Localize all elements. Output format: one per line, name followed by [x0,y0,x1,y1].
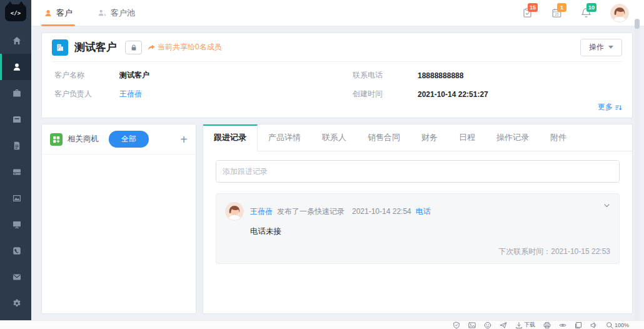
record-user-link[interactable]: 王蓓蓓 [250,206,273,217]
tab-schedule[interactable]: 日程 [448,124,486,151]
field-owner: 客户负责人 王蓓蓓 [54,89,324,99]
sidebar: </> [0,0,31,320]
followup-record: 王蓓蓓 发布了一条快速记录 2021-10-14 22:54 电话 电话未接 下… [216,193,620,264]
image-button[interactable] [468,321,476,329]
page-scrollbar[interactable] [635,19,640,320]
inbox-icon [12,114,22,124]
mail-icon [12,272,22,282]
speaker-icon [590,321,598,329]
customer-building-icon [52,39,68,56]
print-button[interactable] [543,321,551,329]
sort-expand-icon [615,104,622,111]
record-type-link[interactable]: 电话 [416,206,431,217]
preview-button[interactable] [559,321,566,329]
tab-finance[interactable]: 财务 [411,124,448,151]
chevron-down-icon [603,201,611,210]
briefcase-icon [12,88,22,98]
page-title: 测试客户 [74,40,117,54]
monitor-icon [12,220,22,230]
gear-icon [12,298,22,308]
tasks-notification[interactable]: 15 [522,8,533,18]
sidebar-item-business[interactable] [0,80,31,106]
frame-icon [575,321,582,329]
record-time: 2021-10-14 22:54 [352,207,411,216]
collapse-record-button[interactable] [603,201,611,210]
action-button[interactable]: 操作 [580,39,622,56]
emoji-button[interactable] [484,321,491,329]
chart-image-icon [12,193,22,203]
sidebar-item-settings[interactable] [0,290,31,316]
shield-button[interactable] [453,321,460,329]
customer-fields: 客户名称 测试客户 联系电话 18888888888 客户负责人 王蓓蓓 创建时… [52,62,622,100]
sidebar-item-document[interactable] [0,133,31,159]
document-icon [12,141,22,151]
record-avatar [225,202,244,221]
card-icon [12,167,22,177]
top-tab-customer-pool[interactable]: 客户池 [98,0,135,26]
user-avatar[interactable] [610,4,629,23]
add-opportunity-button[interactable]: + [180,133,188,146]
sidebar-item-home[interactable] [0,28,31,54]
more-link[interactable]: 更多 [598,102,622,113]
detail-tabs: 跟进记录 产品详情 联系人 销售合同 财务 日程 操作记录 附件 [203,124,632,151]
image-icon [468,321,476,329]
tab-contacts[interactable]: 联系人 [311,124,357,151]
zoom-control[interactable]: 100% [606,321,629,329]
tasks-badge: 15 [528,3,538,12]
eye-icon [559,321,566,329]
status-bar: 下载 100% [0,320,644,329]
add-followup-input[interactable] [216,160,620,183]
user-icon [44,9,53,18]
main-content: 测试客户 当前共享给0名成员 操作 客户名称 测试客户 联系电话 1888888… [31,26,644,320]
sound-button[interactable] [590,321,598,329]
app-logo[interactable]: </> [5,0,26,28]
tab-sales-contracts[interactable]: 销售合同 [357,124,411,151]
share-link[interactable]: 当前共享给0名成员 [148,42,222,53]
tab-operation-log[interactable]: 操作记录 [486,124,540,151]
topbar-right: 15 25 1 10 [522,4,629,23]
tab-attachments[interactable]: 附件 [540,124,577,151]
calendar-notification[interactable]: 25 1 [551,8,562,18]
download-icon [515,321,523,329]
tab-product-details[interactable]: 产品详情 [258,124,311,151]
top-tab-label: 客户 [56,8,73,19]
field-phone: 联系电话 18888888888 [353,70,622,81]
scrollbar-thumb[interactable] [635,19,640,29]
lock-icon [130,44,138,51]
calendar-badge: 1 [557,3,566,12]
all-filter-button[interactable]: 全部 [109,131,149,148]
sidebar-item-monitor[interactable] [0,211,31,238]
opportunities-empty-body [42,154,196,313]
tab-followup-records[interactable]: 跟进记录 [203,124,258,151]
sidebar-item-phone[interactable] [0,238,31,264]
rocket-button[interactable] [500,321,507,329]
zoom-level: 100% [615,322,629,328]
sidebar-item-customers[interactable] [0,54,31,80]
field-customer-name: 客户名称 测试客户 [54,70,324,81]
top-tab-customers[interactable]: 客户 [44,0,73,26]
svg-text:25: 25 [555,13,558,16]
lock-button[interactable] [125,41,142,54]
top-tab-label: 客户池 [111,8,135,19]
owner-link[interactable]: 王蓓蓓 [119,89,142,99]
download-button[interactable]: 下载 [515,321,535,329]
rocket-icon [500,321,507,329]
sidebar-item-billing[interactable] [0,159,31,185]
magnifier-icon [606,321,613,329]
detail-panel: 跟进记录 产品详情 联系人 销售合同 财务 日程 操作记录 附件 [203,124,633,314]
bell-notification[interactable]: 10 [581,8,591,18]
sidebar-item-report[interactable] [0,185,31,211]
bell-badge: 10 [586,3,596,12]
opportunities-title: 相关商机 [68,134,99,144]
sidebar-item-inbox[interactable] [0,106,31,133]
sidebar-item-mail[interactable] [0,264,31,290]
record-action: 发布了一条快速记录 [277,206,345,217]
user-icon [12,62,22,72]
fullscreen-button[interactable] [575,321,582,329]
customer-info-card: 测试客户 当前共享给0名成员 操作 客户名称 测试客户 联系电话 1888888… [41,33,633,118]
record-next-contact: 下次联系时间：2021-10-15 22:53 [225,246,610,257]
opportunity-grid-icon [50,133,63,146]
cat-logo-icon: </> [5,4,26,21]
home-icon [12,36,22,46]
avatar-image [610,4,629,23]
